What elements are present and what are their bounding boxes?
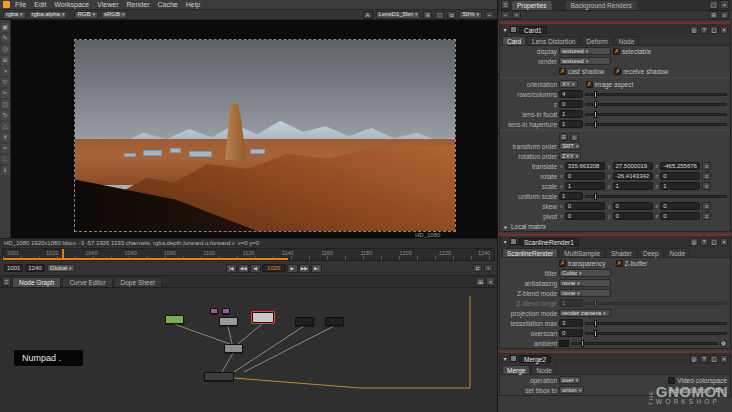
skew-z-field[interactable]: 0 — [660, 202, 700, 210]
lock-range-icon[interactable]: ▪ — [484, 264, 493, 272]
tab-lens-distortion[interactable]: Lens Distortion — [527, 36, 580, 45]
color-icon[interactable]: ◑ — [1, 67, 10, 76]
pause-update-icon[interactable]: ▪ — [485, 11, 494, 19]
node-violet-2[interactable] — [222, 308, 230, 314]
menu-cache[interactable]: Cache — [154, 0, 180, 9]
node-dark-1[interactable] — [295, 317, 314, 326]
viewer-input-letter[interactable]: A — [363, 11, 373, 19]
scale-z-field[interactable]: 1 — [660, 182, 700, 190]
expand-panels-icon[interactable]: ⊞ — [709, 11, 718, 19]
animation-menu-icon[interactable]: ≡ — [702, 212, 711, 220]
node-name-field[interactable]: Card1 — [519, 26, 547, 34]
overscan-slider[interactable] — [585, 332, 727, 335]
float-pane-icon[interactable]: ▢ — [709, 0, 718, 9]
tab-multisample[interactable]: MultiSample — [559, 248, 605, 257]
keyer-icon[interactable]: ✂ — [1, 89, 10, 98]
display-dropdown[interactable]: textured▾ — [559, 47, 611, 55]
tab-background-renders[interactable]: Background Renders — [566, 1, 637, 10]
float-panel-icon[interactable]: ▢ — [710, 355, 718, 363]
node-color-swatch[interactable] — [510, 355, 517, 362]
rows-columns-slider[interactable] — [585, 93, 727, 96]
clear-panels-icon[interactable]: × — [512, 11, 521, 19]
node-gray-2[interactable] — [224, 344, 243, 353]
transform-icon[interactable]: ↻ — [1, 111, 10, 120]
render-dropdown[interactable]: textured▾ — [559, 57, 611, 65]
animation-menu-icon[interactable]: ≡ — [702, 172, 711, 180]
tab-node-graph[interactable]: Node Graph — [12, 277, 61, 287]
slider-knob[interactable] — [594, 111, 597, 118]
channels-dropdown[interactable]: rgba▾ — [3, 11, 26, 19]
merge-icon[interactable]: ◫ — [1, 100, 10, 109]
viewer-viewport[interactable]: HD_1080 — [11, 20, 497, 238]
tab-node[interactable]: Node — [614, 36, 640, 45]
node-color-swatch[interactable] — [510, 26, 517, 33]
collapse-panels-icon[interactable]: ≡ — [720, 11, 729, 19]
tab-card[interactable]: Card — [502, 36, 526, 45]
z-field[interactable]: 0 — [559, 100, 583, 108]
uniform-scale-field[interactable]: 1 — [559, 192, 583, 200]
lens-haperture-slider[interactable] — [585, 123, 727, 126]
node-green[interactable] — [165, 315, 184, 324]
slider-knob[interactable] — [581, 340, 584, 347]
play-backward-button[interactable]: ◀◀ — [238, 264, 249, 273]
translate-z-field[interactable]: -465.255676 — [660, 162, 700, 170]
zoom-dropdown[interactable]: 50%▾ — [459, 11, 482, 19]
selectable-checkbox[interactable]: ✗ — [613, 48, 620, 55]
lens-focal-field[interactable]: 1 — [559, 110, 583, 118]
tab-scanlinerender[interactable]: ScanlineRender — [502, 248, 558, 257]
viewer-input-node-dropdown[interactable]: LensD1_5brt▾ — [376, 11, 421, 19]
tab-curve-editor[interactable]: Curve Editor — [62, 277, 112, 287]
range-start-field[interactable]: 1001 — [4, 264, 23, 272]
animation-menu-icon[interactable]: ≡ — [702, 202, 711, 210]
ambient-slider[interactable] — [571, 342, 718, 345]
tab-node[interactable]: Node — [665, 248, 691, 257]
pivot-y-field[interactable]: 0 — [613, 212, 653, 220]
slider-knob[interactable] — [594, 300, 597, 307]
tab-properties[interactable]: Properties — [512, 1, 552, 10]
node-violet-1[interactable] — [210, 308, 218, 314]
particles-icon[interactable]: ✳ — [1, 133, 10, 142]
lens-focal-slider[interactable] — [585, 113, 727, 116]
menu-viewer[interactable]: Viewer — [94, 0, 121, 9]
rotate-z-field[interactable]: 0 — [660, 172, 700, 180]
range-mode-dropdown[interactable]: Global▾ — [47, 264, 75, 272]
node-color-swatch[interactable] — [510, 238, 517, 245]
roi-icon[interactable]: ▢ — [435, 11, 444, 19]
close-panel-icon[interactable]: × — [720, 26, 728, 34]
rotate-x-field[interactable]: 0 — [565, 172, 605, 180]
stereo-view-icon[interactable]: ⊞ — [423, 11, 432, 19]
pivot-handle-icon[interactable]: ◎ — [570, 133, 579, 141]
node-gray-1[interactable] — [219, 317, 238, 326]
skew-y-field[interactable]: 0 — [613, 202, 653, 210]
current-frame-field[interactable]: 1026 — [262, 264, 286, 272]
tab-shader[interactable]: Shader — [606, 248, 637, 257]
close-panel-icon[interactable]: × — [720, 238, 728, 246]
channel-icon[interactable]: ⊞ — [1, 56, 10, 65]
animation-menu-icon[interactable]: ≡ — [702, 182, 711, 190]
deep-icon[interactable]: ≈ — [1, 144, 10, 153]
animation-menu-icon[interactable]: ≡ — [702, 162, 711, 170]
slider-knob[interactable] — [594, 101, 597, 108]
tab-deep[interactable]: Deep — [638, 248, 664, 257]
bbox-dropdown[interactable]: union▾ — [559, 386, 584, 394]
slider-knob[interactable] — [594, 121, 597, 128]
transform-handle-icon[interactable]: ⊞ — [559, 133, 568, 141]
receive-shadow-checkbox[interactable]: ✗ — [614, 68, 621, 75]
expand-caret-icon[interactable]: ▸ — [503, 223, 509, 230]
collapse-caret-icon[interactable]: ▾ — [502, 238, 508, 245]
rows-columns-field[interactable]: 4 — [559, 90, 583, 98]
center-node-icon[interactable]: ◎ — [690, 26, 698, 34]
goto-start-button[interactable]: |◀ — [226, 264, 237, 273]
timeline-playhead[interactable] — [62, 249, 64, 260]
lens-haperture-field[interactable]: 1 — [559, 120, 583, 128]
float-panel-icon[interactable]: ▢ — [710, 26, 718, 34]
image-aspect-checkbox[interactable]: ✗ — [586, 81, 593, 88]
zblend-range-slider[interactable] — [585, 302, 727, 305]
alpha-channel-dropdown[interactable]: rgba.alpha▾ — [29, 11, 68, 19]
draw-icon[interactable]: ✎ — [1, 34, 10, 43]
pane-menu-icon[interactable]: ≡ — [2, 277, 11, 286]
orientation-dropdown[interactable]: XY▾ — [559, 80, 578, 88]
pivot-x-field[interactable]: 0 — [565, 212, 605, 220]
split-pane-icon[interactable]: ⊞ — [476, 277, 485, 286]
scale-y-field[interactable]: 1 — [613, 182, 653, 190]
